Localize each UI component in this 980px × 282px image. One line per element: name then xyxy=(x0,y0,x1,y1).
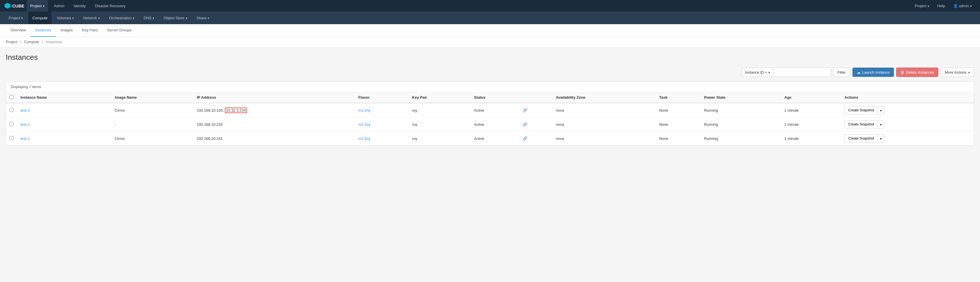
row1-action-dropdown[interactable] xyxy=(878,106,885,114)
row1-power-state: Running xyxy=(701,103,781,117)
row2-actions: Create Snapshot xyxy=(841,117,974,131)
row2-power-state: Running xyxy=(701,117,781,131)
filter-select[interactable]: Instance ID = xyxy=(742,68,773,77)
logo[interactable]: CUBE xyxy=(5,3,24,9)
row2-create-snapshot-button[interactable]: Create Snapshot xyxy=(845,120,878,128)
row1-ip-address: 192.168.10.105, 10.32.3.234 xyxy=(193,103,355,117)
tab-bar: Overview Instances Images Key Pairs Serv… xyxy=(0,24,980,37)
row1-availability-zone: nova xyxy=(552,103,656,117)
select-all-checkbox[interactable] xyxy=(10,95,14,99)
row3-ip-address: 192.168.10.241 xyxy=(193,131,355,146)
row3-create-snapshot-button[interactable]: Create Snapshot xyxy=(845,135,878,143)
row3-checkbox[interactable] xyxy=(10,136,14,140)
row2-instance-name: test-2 xyxy=(17,117,111,131)
row2-status-icon: 🔗 xyxy=(523,122,527,127)
breadcrumb-compute[interactable]: Compute xyxy=(24,40,39,44)
row3-checkbox-cell[interactable] xyxy=(6,131,17,146)
tab-images[interactable]: Images xyxy=(56,24,78,37)
row3-action-group: Create Snapshot xyxy=(845,135,970,143)
th-availability-zone: Availability Zone xyxy=(552,92,656,103)
th-image-name: Image Name xyxy=(111,92,194,103)
row3-task: None xyxy=(656,131,701,146)
th-age: Age xyxy=(781,92,841,103)
launch-instance-button[interactable]: ☁ Launch Instance xyxy=(853,68,894,77)
topnav-admin-user[interactable]: 👤 admin xyxy=(950,0,975,11)
table-row: test-1 Cirros 192.168.10.241 m1.tiny roy… xyxy=(6,131,974,146)
secnav-volumes[interactable]: Volumes xyxy=(52,11,78,24)
row3-action-dropdown[interactable] xyxy=(878,135,885,143)
project-secnav-chevron-icon xyxy=(21,16,23,20)
tab-server-groups[interactable]: Server Groups xyxy=(102,24,136,37)
topnav-project-right[interactable]: Project xyxy=(911,0,932,11)
topnav-project[interactable]: Project xyxy=(27,0,48,11)
project-chevron-icon xyxy=(43,4,45,8)
topnav-admin[interactable]: Admin xyxy=(50,0,68,11)
row1-flavor-link[interactable]: m1.tiny xyxy=(358,108,371,112)
row3-image-name: Cirros xyxy=(111,131,194,146)
th-actions: Actions xyxy=(841,92,974,103)
row2-instance-link[interactable]: test-2 xyxy=(21,122,30,127)
table-header-row: Instance Name Image Name IP Address Flav… xyxy=(6,92,974,103)
filter-input[interactable] xyxy=(773,68,831,77)
orchestration-chevron-icon xyxy=(133,16,134,20)
toolbar: Instance ID = Filter ☁ Launch Instance 🗑… xyxy=(6,68,974,77)
secnav-project-label[interactable]: Project xyxy=(5,11,27,24)
row1-instance-link[interactable]: test-3 xyxy=(21,108,30,112)
th-select-all[interactable] xyxy=(6,92,17,103)
row1-checkbox[interactable] xyxy=(10,108,14,112)
tab-overview[interactable]: Overview xyxy=(6,24,30,37)
row2-checkbox-cell[interactable] xyxy=(6,117,17,131)
th-key-pair: Key Pair xyxy=(409,92,471,103)
secnav-orchestration[interactable]: Orchestration xyxy=(105,11,138,24)
row3-key-pair: roy xyxy=(409,131,471,146)
secnav-compute[interactable]: Compute xyxy=(28,11,51,24)
page-title: Instances xyxy=(6,53,974,62)
row2-action-group: Create Snapshot xyxy=(845,120,970,128)
row2-ip-address: 192.168.10.232 xyxy=(193,117,355,131)
filter-group: Instance ID = xyxy=(742,68,831,77)
row2-action-dropdown[interactable] xyxy=(878,120,885,128)
row1-image-name: Cirros xyxy=(111,103,194,117)
row1-status-icon-cell: 🔗 xyxy=(519,103,552,117)
topnav-identity[interactable]: Identity xyxy=(70,0,89,11)
tab-instances[interactable]: Instances xyxy=(30,24,56,37)
volumes-chevron-icon xyxy=(72,16,74,20)
breadcrumb-project[interactable]: Project xyxy=(6,40,17,44)
admin-chevron-icon xyxy=(970,4,972,8)
cube-logo-icon xyxy=(5,3,10,9)
more-actions-button[interactable]: More Actions xyxy=(940,68,974,77)
row1-key-pair: roy xyxy=(409,103,471,117)
row1-ip-highlighted: 10.32.3.234 xyxy=(225,108,247,113)
row3-status: Active xyxy=(471,131,519,146)
top-bar-left: CUBE Project Admin Identity Disaster Rec… xyxy=(5,0,129,11)
row1-checkbox-cell[interactable] xyxy=(6,103,17,117)
more-actions-chevron-icon xyxy=(968,70,970,74)
row1-create-snapshot-button[interactable]: Create Snapshot xyxy=(845,106,878,114)
secnav-network[interactable]: Network xyxy=(79,11,104,24)
main-content: Instances Instance ID = Filter ☁ Launch … xyxy=(0,47,980,280)
th-task: Task xyxy=(656,92,701,103)
row2-task: None xyxy=(656,117,701,131)
row2-flavor-link[interactable]: m1.tiny xyxy=(358,122,371,127)
filter-button[interactable]: Filter xyxy=(833,68,850,77)
secnav-dns[interactable]: DNS xyxy=(140,11,158,24)
delete-instances-button[interactable]: 🗑 Delete Instances xyxy=(896,68,938,77)
secondary-nav: Project Compute Volumes Network Orchestr… xyxy=(0,11,980,24)
row3-flavor-link[interactable]: m1.tiny xyxy=(358,136,371,141)
topnav-help[interactable]: Help xyxy=(934,0,949,11)
row3-instance-name: test-1 xyxy=(17,131,111,146)
secnav-share[interactable]: Share xyxy=(192,11,214,24)
secnav-object-store[interactable]: Object Store xyxy=(159,11,191,24)
th-status: Status xyxy=(471,92,552,103)
row3-power-state: Running xyxy=(701,131,781,146)
topnav-disaster-recovery[interactable]: Disaster Recovery xyxy=(92,0,129,11)
table-row: test-3 Cirros 192.168.10.105, 10.32.3.23… xyxy=(6,103,974,117)
row2-checkbox[interactable] xyxy=(10,122,14,126)
row2-image-name: - xyxy=(111,117,194,131)
tab-key-pairs[interactable]: Key Pairs xyxy=(77,24,102,37)
row2-status: Active xyxy=(471,117,519,131)
row1-flavor: m1.tiny xyxy=(355,103,409,117)
row3-instance-link[interactable]: test-1 xyxy=(21,136,30,141)
breadcrumb: Project / Compute / Instances xyxy=(0,37,980,47)
object-store-chevron-icon xyxy=(186,16,188,20)
